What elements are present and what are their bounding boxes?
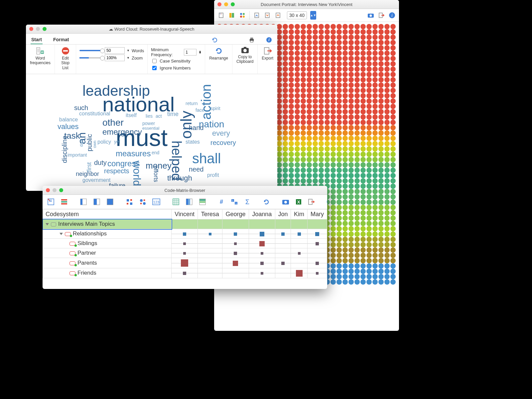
print-icon[interactable] xyxy=(248,36,255,44)
cloud-word[interactable]: profit xyxy=(207,172,219,178)
matrix-cell[interactable] xyxy=(291,239,308,248)
cloud-word[interactable]: respects xyxy=(104,167,129,175)
case-sensitivity-checkbox[interactable] xyxy=(152,59,157,63)
matrix-cell[interactable] xyxy=(249,239,275,248)
matrix-cell[interactable] xyxy=(198,239,222,248)
tree-row[interactable]: Relationships xyxy=(43,229,172,239)
matrix-cell[interactable] xyxy=(222,248,249,258)
column-header[interactable]: Vincent xyxy=(172,209,198,219)
tab-format[interactable]: Format xyxy=(53,36,69,44)
tree-row[interactable]: Friends xyxy=(43,268,172,278)
grid3-icon[interactable] xyxy=(199,198,206,206)
close-icon[interactable] xyxy=(29,27,33,31)
matrix-cell[interactable] xyxy=(172,239,198,248)
sigma-icon[interactable]: Σ xyxy=(244,198,251,206)
ignore-numbers-checkbox[interactable] xyxy=(152,66,157,70)
matrix-cell[interactable] xyxy=(222,239,249,248)
doc-arrow-icon[interactable] xyxy=(253,12,260,19)
cloud-word[interactable]: neighbor xyxy=(76,171,99,178)
matrix-cell[interactable] xyxy=(275,229,291,239)
doc-down-icon[interactable] xyxy=(264,12,271,19)
cloud-word[interactable]: essential xyxy=(142,126,159,131)
copy-clipboard-button[interactable]: Copy to Clipboard xyxy=(232,45,258,74)
maximize-icon[interactable] xyxy=(43,27,47,31)
matrix-cell[interactable] xyxy=(198,248,222,258)
matrix-cell[interactable] xyxy=(172,229,198,239)
doc-icon[interactable] xyxy=(217,12,225,19)
tree-row[interactable]: Siblings xyxy=(43,239,172,248)
tree-row[interactable]: Parents xyxy=(43,258,172,268)
export-icon[interactable] xyxy=(378,12,385,19)
cloud-word[interactable]: itself xyxy=(126,112,137,118)
grid-icon[interactable] xyxy=(239,12,246,19)
matrix-cell[interactable] xyxy=(222,229,249,239)
matrix-cell[interactable] xyxy=(307,239,327,248)
matrix-cell[interactable] xyxy=(198,268,222,278)
cloud-word[interactable]: act xyxy=(156,113,162,119)
cloud-word[interactable]: government xyxy=(82,177,111,183)
col1-icon[interactable] xyxy=(80,198,87,206)
cloud-word[interactable]: time xyxy=(167,111,179,118)
matrix-cell[interactable] xyxy=(307,268,327,278)
matrix-cell[interactable] xyxy=(172,248,198,258)
excel-icon[interactable]: X xyxy=(295,198,302,206)
word-freq-button[interactable]: W Word frequencies xyxy=(26,45,55,74)
cloud-word[interactable]: every xyxy=(212,129,230,138)
matrix-cell[interactable] xyxy=(275,258,291,268)
export-button[interactable]: Export xyxy=(258,45,277,74)
matrix-cell[interactable] xyxy=(307,229,327,239)
words-input[interactable] xyxy=(105,47,125,54)
rearrange-button[interactable]: Rearrange xyxy=(205,45,232,74)
zoom-slider[interactable] xyxy=(79,57,103,59)
matrix-cell[interactable] xyxy=(249,258,275,268)
info-icon[interactable]: i xyxy=(388,12,396,19)
matrix-cell[interactable] xyxy=(275,239,291,248)
export-icon[interactable] xyxy=(308,198,315,206)
matrix-cell[interactable] xyxy=(291,229,308,239)
minimize-icon[interactable] xyxy=(36,27,40,31)
cloud-word[interactable]: end xyxy=(152,150,159,155)
zoom-stepper[interactable]: ▲▼ xyxy=(310,11,316,20)
matrix-cell[interactable] xyxy=(172,268,198,278)
cloud-word[interactable]: congress xyxy=(107,159,140,168)
num-icon[interactable]: 123 xyxy=(152,198,160,206)
matrix-cell[interactable] xyxy=(249,268,275,278)
grid1-icon[interactable] xyxy=(172,198,180,206)
edit-stop-button[interactable]: Edit Stop List xyxy=(55,45,76,74)
cloud-word[interactable]: measures xyxy=(116,149,151,158)
rows-icon[interactable] xyxy=(61,198,68,206)
matrix-cell[interactable] xyxy=(307,248,327,258)
column-header[interactable]: George xyxy=(222,209,249,219)
cloud-word[interactable]: policy xyxy=(97,139,111,145)
cloud-word[interactable]: lies xyxy=(146,113,153,119)
cloud-word[interactable]: emergency xyxy=(102,127,142,137)
matrix-cell[interactable] xyxy=(172,258,198,268)
cloud-word[interactable]: return xyxy=(186,101,198,106)
cloud-word[interactable]: spirit xyxy=(210,106,220,111)
matrix-cell[interactable] xyxy=(291,258,308,268)
cloud-word[interactable]: values xyxy=(58,122,79,131)
col2-icon[interactable] xyxy=(93,198,100,206)
tree-row[interactable]: Partner xyxy=(43,248,172,258)
cloud-word[interactable]: yet xyxy=(114,139,120,144)
cloud-word[interactable]: action xyxy=(199,84,214,120)
refresh-icon[interactable] xyxy=(263,198,270,206)
words-slider[interactable] xyxy=(79,50,103,51)
info-icon[interactable]: i xyxy=(327,198,327,206)
titlebar[interactable]: Code-Matrix-Browser xyxy=(43,186,327,195)
matrix-cell[interactable] xyxy=(275,248,291,258)
zoom-select[interactable]: 30 x 40 xyxy=(287,11,307,19)
minfreq-input[interactable] xyxy=(184,49,197,56)
grid2-icon[interactable] xyxy=(186,198,193,206)
undo-icon[interactable] xyxy=(211,36,218,44)
column-header[interactable]: Mary xyxy=(307,209,327,219)
cloud-word[interactable]: power xyxy=(142,121,155,126)
cloud-word[interactable]: discipline xyxy=(61,136,68,163)
hash-icon[interactable]: # xyxy=(218,198,225,206)
matrix-cell[interactable] xyxy=(198,229,222,239)
cloud-word[interactable]: important xyxy=(67,152,87,158)
matrix-cell[interactable] xyxy=(249,229,275,239)
minimize-icon[interactable] xyxy=(224,2,228,6)
matrix-cell[interactable] xyxy=(307,258,327,268)
matrix-cell[interactable] xyxy=(198,258,222,268)
